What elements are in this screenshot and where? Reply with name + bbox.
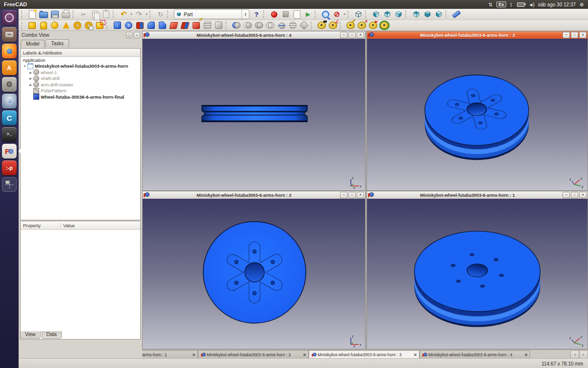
tree-header[interactable]: Labels & Attributes bbox=[21, 49, 140, 57]
draw-style-button[interactable]: ⊘ bbox=[332, 9, 342, 19]
minimize-button[interactable]: − bbox=[563, 32, 570, 38]
tree-item-shaft-drill[interactable]: ▶ shaft-drill bbox=[21, 76, 140, 82]
launcher-software-center[interactable]: A bbox=[2, 60, 17, 75]
save-document-button[interactable] bbox=[49, 9, 60, 19]
axonometric-view-button[interactable] bbox=[353, 9, 364, 19]
workbench-spinner[interactable]: ▲▼ bbox=[242, 10, 249, 19]
expander-icon[interactable]: ▶ bbox=[28, 83, 33, 86]
volume-icon[interactable]: ◄) bbox=[529, 2, 534, 7]
tree-item-arm-drill-master[interactable]: ▶ arm-drill-master bbox=[21, 81, 140, 88]
tab-close-icon[interactable]: ✕ bbox=[414, 353, 417, 357]
window-tab-3[interactable]: Miniskybot-wheel-futaba3003-6-arms-horn … bbox=[309, 350, 419, 359]
viewport-side-view[interactable]: z y x bbox=[143, 39, 365, 190]
measure-angular-button[interactable]: ∠ bbox=[328, 21, 338, 30]
offset-button[interactable] bbox=[202, 21, 213, 30]
tab-data[interactable]: Data bbox=[42, 331, 62, 339]
window-1-titlebar[interactable]: Miniskybot-wheel-futaba3003-6-arms-horn … bbox=[367, 191, 588, 199]
launcher-file-manager[interactable] bbox=[2, 27, 17, 42]
column-value[interactable]: Value bbox=[61, 223, 75, 228]
new-document-button[interactable] bbox=[27, 9, 37, 19]
viewport-rear-isometric-view[interactable]: x y z bbox=[367, 199, 588, 349]
close-button[interactable]: × bbox=[357, 32, 364, 38]
measure-linear-button[interactable] bbox=[317, 21, 327, 30]
clock[interactable]: sáb ago 30 12:37 bbox=[538, 2, 576, 7]
chamfer-button[interactable] bbox=[157, 21, 168, 30]
part-torus-button[interactable] bbox=[72, 21, 82, 30]
window-2-titlebar[interactable]: Miniskybot-wheel-futaba3003-6-arms-horn … bbox=[143, 191, 365, 199]
part-sphere-button[interactable] bbox=[49, 21, 60, 30]
launcher-printrun[interactable]: :-p bbox=[2, 160, 17, 175]
column-property[interactable]: Property bbox=[21, 223, 61, 228]
tab-tasks[interactable]: Tasks bbox=[46, 39, 69, 47]
macro-record-button[interactable] bbox=[269, 9, 279, 19]
tree-item-polarpattern[interactable]: PolarPattern bbox=[21, 88, 140, 94]
macro-stop-button[interactable] bbox=[280, 9, 291, 19]
intersection-button[interactable] bbox=[265, 21, 275, 30]
part-cone-button[interactable] bbox=[61, 21, 71, 30]
minimize-button[interactable]: − bbox=[563, 192, 570, 198]
revolve-button[interactable]: ↻ bbox=[123, 21, 134, 30]
macro-execute-button[interactable]: ▶ bbox=[303, 9, 313, 19]
launcher-terminal[interactable]: >_ bbox=[2, 127, 17, 142]
refresh-button[interactable]: ↻ bbox=[155, 9, 166, 19]
tree-item-application[interactable]: Application bbox=[21, 57, 140, 63]
bluetooth-icon[interactable]: ᛒ bbox=[510, 2, 513, 7]
measure-refresh-button[interactable] bbox=[345, 21, 356, 30]
section-button[interactable] bbox=[276, 21, 287, 30]
redo-button[interactable]: ↷ bbox=[134, 9, 144, 19]
tab-model[interactable]: Model bbox=[21, 40, 45, 48]
sweep-button[interactable] bbox=[191, 21, 201, 30]
tree-item-document[interactable]: ▼ Miniskybot-wheel-futaba3003-6-arms-hor… bbox=[21, 63, 140, 70]
dock-float-button[interactable]: ◻ bbox=[126, 32, 132, 38]
undo-options-button[interactable]: ▾ bbox=[129, 12, 133, 16]
expander-icon[interactable]: ▶ bbox=[28, 71, 33, 74]
toolbar-handle[interactable] bbox=[21, 10, 24, 18]
restore-button[interactable]: □ bbox=[571, 32, 578, 38]
ruled-surface-button[interactable] bbox=[169, 21, 179, 30]
convert-to-solid-button[interactable] bbox=[299, 21, 309, 30]
window-tab-1[interactable]: iskybot-wheel-futaba3003-6-arms-horn : 1… bbox=[142, 350, 198, 359]
workbench-selector[interactable]: Part ▲▼ bbox=[174, 9, 249, 19]
launcher-workspace-switcher[interactable] bbox=[2, 177, 17, 192]
combo-view-titlebar[interactable]: Combo View ◻ × bbox=[19, 31, 142, 39]
part-box-button[interactable] bbox=[27, 21, 37, 30]
launcher-chromium[interactable] bbox=[2, 94, 17, 108]
cut-shapes-button[interactable] bbox=[243, 21, 253, 30]
close-button[interactable]: × bbox=[579, 192, 587, 198]
create-primitives-button[interactable] bbox=[83, 21, 94, 30]
tree-item-wheel-1[interactable]: ▶ wheel-1 bbox=[21, 69, 140, 76]
battery-icon[interactable] bbox=[517, 2, 525, 7]
union-button[interactable] bbox=[254, 21, 264, 30]
launcher-c-app[interactable]: C bbox=[2, 110, 17, 125]
keyboard-layout-indicator[interactable]: Es bbox=[496, 1, 506, 7]
measure-toggle-3d-button[interactable] bbox=[368, 21, 378, 30]
left-view-button[interactable] bbox=[434, 9, 444, 19]
restore-button[interactable]: □ bbox=[348, 192, 356, 198]
bottom-view-button[interactable] bbox=[422, 9, 433, 19]
close-button[interactable]: × bbox=[357, 192, 364, 198]
paste-button[interactable] bbox=[101, 9, 111, 19]
measure-clear-button[interactable] bbox=[357, 21, 367, 30]
expander-icon[interactable]: ▼ bbox=[23, 65, 27, 68]
network-icon[interactable]: ⇅ bbox=[489, 2, 492, 7]
redo-options-button[interactable]: ▾ bbox=[145, 12, 148, 16]
session-gear-icon[interactable]: ⚙ bbox=[580, 2, 584, 7]
dock-close-button[interactable]: × bbox=[134, 32, 140, 38]
boolean-button[interactable] bbox=[231, 21, 242, 30]
launcher-system-settings[interactable]: ⚙ bbox=[2, 77, 17, 92]
whats-this-button[interactable]: ? bbox=[251, 9, 262, 19]
window-4-titlebar[interactable]: Miniskybot-wheel-futaba3003-6-arms-horn … bbox=[143, 31, 365, 39]
right-view-button[interactable] bbox=[393, 9, 404, 19]
shape-builder-button[interactable] bbox=[95, 21, 105, 30]
tree-item-wheel-final[interactable]: Wheel-futaba-30036-6-arms-horn-final bbox=[21, 94, 140, 100]
print-button[interactable] bbox=[61, 9, 71, 19]
fillet-button[interactable] bbox=[146, 21, 156, 30]
copy-button[interactable] bbox=[90, 9, 100, 19]
cross-sections-button[interactable] bbox=[288, 21, 298, 30]
launcher-firefox[interactable] bbox=[2, 44, 17, 58]
tab-scroll-left-button[interactable]: ◂ bbox=[570, 350, 579, 359]
launcher-freecad[interactable]: F⚙ bbox=[2, 144, 17, 158]
restore-button[interactable]: □ bbox=[571, 192, 578, 198]
minimize-button[interactable]: − bbox=[340, 192, 347, 198]
open-document-button[interactable] bbox=[38, 9, 49, 19]
